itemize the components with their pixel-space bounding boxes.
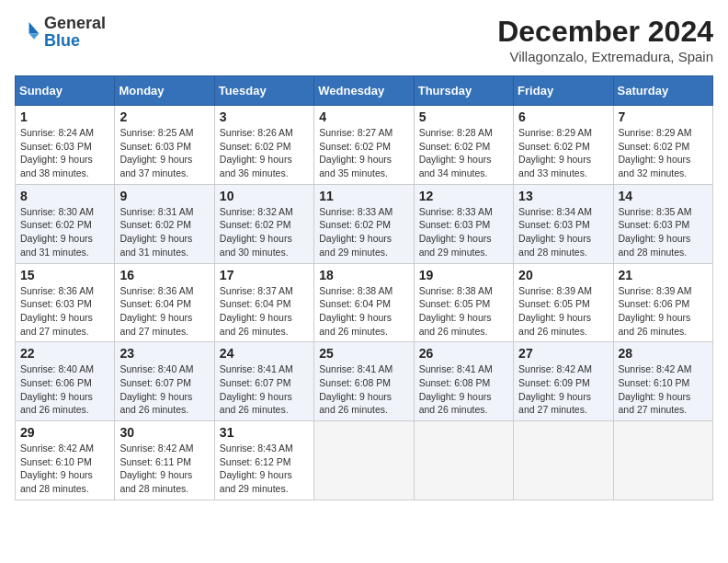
calendar-cell [414, 421, 513, 500]
daylight-text: Daylight: 9 hours and 31 minutes. [20, 233, 93, 258]
day-info: Sunrise: 8:37 AMSunset: 6:04 PMDaylight:… [220, 284, 309, 339]
calendar-cell: 2Sunrise: 8:25 AMSunset: 6:03 PMDaylight… [115, 106, 214, 185]
sunrise-text: Sunrise: 8:36 AM [20, 285, 94, 296]
calendar-cell: 10Sunrise: 8:32 AMSunset: 6:02 PMDayligh… [214, 184, 313, 263]
sunset-text: Sunset: 6:08 PM [319, 377, 391, 388]
sunset-text: Sunset: 6:03 PM [518, 219, 590, 230]
day-number: 21 [619, 268, 708, 282]
sunset-text: Sunset: 6:02 PM [619, 141, 690, 152]
day-info: Sunrise: 8:40 AMSunset: 6:07 PMDaylight:… [119, 362, 209, 417]
day-number: 17 [220, 268, 309, 282]
location: Villagonzalo, Extremadura, Spain [497, 49, 713, 64]
day-number: 8 [20, 189, 109, 203]
calendar-cell: 14Sunrise: 8:35 AMSunset: 6:03 PMDayligh… [613, 184, 712, 263]
sunset-text: Sunset: 6:04 PM [119, 298, 191, 309]
sunrise-text: Sunrise: 8:33 AM [419, 206, 493, 217]
sunset-text: Sunset: 6:10 PM [20, 456, 92, 467]
daylight-text: Daylight: 9 hours and 26 minutes. [220, 391, 292, 416]
sunrise-text: Sunrise: 8:37 AM [220, 285, 293, 296]
daylight-text: Daylight: 9 hours and 32 minutes. [619, 154, 691, 178]
month-year: December 2024 [497, 15, 713, 49]
sunrise-text: Sunrise: 8:27 AM [319, 127, 392, 138]
daylight-text: Daylight: 9 hours and 26 minutes. [619, 312, 691, 337]
day-number: 20 [518, 268, 608, 282]
day-number: 28 [619, 346, 708, 361]
sunset-text: Sunset: 6:07 PM [119, 377, 191, 388]
sunrise-text: Sunrise: 8:38 AM [419, 285, 493, 296]
calendar-week-4: 22Sunrise: 8:40 AMSunset: 6:06 PMDayligh… [16, 342, 713, 421]
day-info: Sunrise: 8:38 AMSunset: 6:05 PMDaylight:… [419, 284, 508, 339]
calendar-cell: 24Sunrise: 8:41 AMSunset: 6:07 PMDayligh… [214, 342, 313, 421]
svg-marker-0 [29, 22, 40, 33]
day-header-monday: Monday [115, 76, 214, 106]
calendar-week-1: 1Sunrise: 8:24 AMSunset: 6:03 PMDaylight… [16, 106, 713, 185]
day-info: Sunrise: 8:26 AMSunset: 6:02 PMDaylight:… [220, 126, 309, 180]
logo-icon [15, 19, 40, 45]
day-number: 13 [518, 189, 608, 203]
logo-blue: Blue [44, 31, 80, 50]
sunrise-text: Sunrise: 8:38 AM [319, 285, 392, 296]
day-number: 18 [319, 268, 408, 282]
sunrise-text: Sunrise: 8:31 AM [119, 206, 193, 217]
sunrise-text: Sunrise: 8:41 AM [319, 363, 392, 374]
day-number: 14 [619, 189, 708, 203]
daylight-text: Daylight: 9 hours and 38 minutes. [20, 154, 93, 178]
calendar-cell: 30Sunrise: 8:42 AMSunset: 6:11 PMDayligh… [115, 421, 214, 500]
calendar-cell: 16Sunrise: 8:36 AMSunset: 6:04 PMDayligh… [115, 263, 214, 342]
sunrise-text: Sunrise: 8:35 AM [619, 206, 692, 217]
sunset-text: Sunset: 6:02 PM [20, 219, 92, 230]
sunset-text: Sunset: 6:03 PM [20, 141, 92, 152]
calendar-cell: 5Sunrise: 8:28 AMSunset: 6:02 PMDaylight… [414, 106, 513, 185]
daylight-text: Daylight: 9 hours and 28 minutes. [518, 233, 591, 258]
sunset-text: Sunset: 6:04 PM [220, 298, 291, 309]
sunrise-text: Sunrise: 8:33 AM [319, 206, 392, 217]
days-header-row: SundayMondayTuesdayWednesdayThursdayFrid… [16, 76, 713, 106]
day-number: 3 [220, 109, 309, 124]
day-info: Sunrise: 8:24 AMSunset: 6:03 PMDaylight:… [20, 126, 109, 180]
calendar-cell: 18Sunrise: 8:38 AMSunset: 6:04 PMDayligh… [314, 263, 414, 342]
sunrise-text: Sunrise: 8:40 AM [119, 363, 193, 374]
calendar-cell: 7Sunrise: 8:29 AMSunset: 6:02 PMDaylight… [613, 106, 712, 185]
day-info: Sunrise: 8:31 AMSunset: 6:02 PMDaylight:… [119, 205, 209, 259]
day-number: 6 [518, 109, 608, 124]
day-number: 9 [119, 189, 209, 203]
calendar-cell: 31Sunrise: 8:43 AMSunset: 6:12 PMDayligh… [214, 421, 313, 500]
day-info: Sunrise: 8:42 AMSunset: 6:10 PMDaylight:… [20, 442, 109, 496]
calendar-cell [613, 421, 712, 500]
sunset-text: Sunset: 6:06 PM [20, 377, 92, 388]
calendar-cell: 15Sunrise: 8:36 AMSunset: 6:03 PMDayligh… [16, 263, 115, 342]
calendar-cell: 12Sunrise: 8:33 AMSunset: 6:03 PMDayligh… [414, 184, 513, 263]
calendar-cell: 3Sunrise: 8:26 AMSunset: 6:02 PMDaylight… [214, 106, 313, 185]
sunrise-text: Sunrise: 8:42 AM [518, 363, 592, 374]
day-info: Sunrise: 8:36 AMSunset: 6:04 PMDaylight:… [119, 284, 209, 339]
header: General Blue December 2024 Villagonzalo,… [15, 15, 713, 64]
daylight-text: Daylight: 9 hours and 28 minutes. [119, 469, 192, 494]
sunset-text: Sunset: 6:09 PM [518, 377, 590, 388]
sunset-text: Sunset: 6:06 PM [619, 298, 690, 309]
day-info: Sunrise: 8:35 AMSunset: 6:03 PMDaylight:… [619, 205, 708, 259]
day-info: Sunrise: 8:25 AMSunset: 6:03 PMDaylight:… [119, 126, 209, 180]
day-info: Sunrise: 8:33 AMSunset: 6:02 PMDaylight:… [319, 205, 408, 259]
calendar-cell: 4Sunrise: 8:27 AMSunset: 6:02 PMDaylight… [314, 106, 414, 185]
calendar-cell [514, 421, 613, 500]
sunset-text: Sunset: 6:02 PM [119, 219, 191, 230]
logo-text: General Blue [44, 15, 106, 50]
sunrise-text: Sunrise: 8:26 AM [220, 127, 293, 138]
day-header-wednesday: Wednesday [314, 76, 414, 106]
calendar-week-2: 8Sunrise: 8:30 AMSunset: 6:02 PMDaylight… [16, 184, 713, 263]
day-number: 16 [119, 268, 209, 282]
day-info: Sunrise: 8:28 AMSunset: 6:02 PMDaylight:… [419, 126, 508, 180]
sunset-text: Sunset: 6:03 PM [20, 298, 92, 309]
daylight-text: Daylight: 9 hours and 34 minutes. [419, 154, 492, 178]
calendar-cell: 11Sunrise: 8:33 AMSunset: 6:02 PMDayligh… [314, 184, 414, 263]
daylight-text: Daylight: 9 hours and 37 minutes. [119, 154, 192, 178]
sunset-text: Sunset: 6:03 PM [619, 219, 690, 230]
sunset-text: Sunset: 6:03 PM [419, 219, 491, 230]
day-info: Sunrise: 8:30 AMSunset: 6:02 PMDaylight:… [20, 205, 109, 259]
daylight-text: Daylight: 9 hours and 26 minutes. [119, 391, 192, 416]
sunrise-text: Sunrise: 8:36 AM [119, 285, 193, 296]
day-number: 4 [319, 109, 408, 124]
sunset-text: Sunset: 6:08 PM [419, 377, 491, 388]
daylight-text: Daylight: 9 hours and 29 minutes. [319, 233, 392, 258]
calendar-cell [314, 421, 414, 500]
